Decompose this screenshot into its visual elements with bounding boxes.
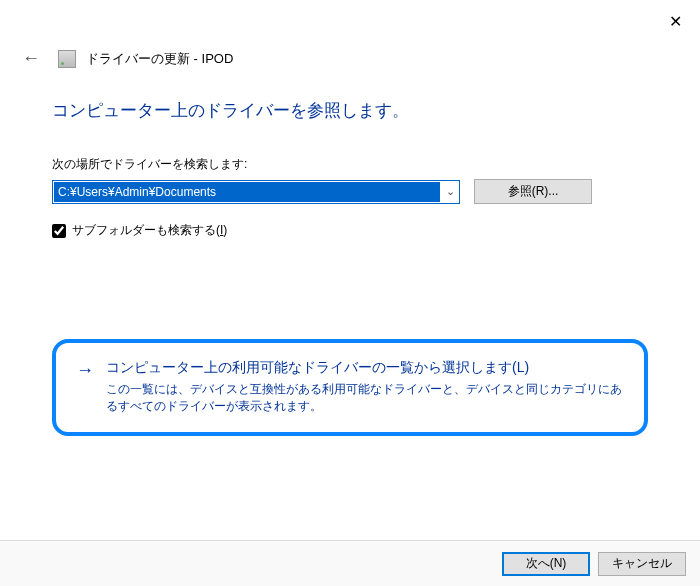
subfolder-label-prefix: サブフォルダーも検索する( [72, 223, 220, 237]
cancel-button-label: キャンセル [612, 556, 672, 570]
drive-icon [58, 50, 76, 68]
back-arrow-icon[interactable]: ← [22, 48, 40, 69]
path-combobox[interactable]: ⌄ [52, 180, 460, 204]
cancel-button[interactable]: キャンセル [598, 552, 686, 576]
option-title: コンピューター上の利用可能なドライバーの一覧から選択します(L) [106, 359, 624, 377]
path-input[interactable] [54, 182, 440, 202]
browse-button-label: 参照(R)... [508, 184, 559, 198]
browse-button[interactable]: 参照(R)... [474, 179, 592, 204]
dialog-header: ← ドライバーの更新 - IPOD [0, 0, 700, 69]
dialog-content: コンピューター上のドライバーを参照します。 次の場所でドライバーを検索します: … [0, 69, 700, 436]
pick-from-list-option[interactable]: → コンピューター上の利用可能なドライバーの一覧から選択します(L) この一覧に… [52, 339, 648, 436]
path-label: 次の場所でドライバーを検索します: [52, 156, 648, 173]
subfolder-checkbox[interactable] [52, 224, 66, 238]
option-description: この一覧には、デバイスと互換性がある利用可能なドライバーと、デバイスと同じカテゴ… [106, 381, 624, 414]
dialog-footer: 次へ(N) キャンセル [0, 540, 700, 586]
path-row: ⌄ 参照(R)... [52, 179, 648, 204]
option-text: コンピューター上の利用可能なドライバーの一覧から選択します(L) この一覧には、… [106, 359, 624, 414]
dialog-title: ドライバーの更新 - IPOD [86, 50, 233, 68]
page-heading: コンピューター上のドライバーを参照します。 [52, 99, 648, 122]
subfolder-label: サブフォルダーも検索する(I) [72, 222, 227, 239]
next-button[interactable]: 次へ(N) [502, 552, 590, 576]
subfolder-checkbox-row[interactable]: サブフォルダーも検索する(I) [52, 222, 648, 239]
arrow-right-icon: → [76, 361, 94, 379]
next-button-label: 次へ(N) [526, 556, 567, 570]
chevron-down-icon[interactable]: ⌄ [441, 185, 459, 198]
subfolder-label-suffix: ) [223, 223, 227, 237]
close-icon[interactable]: ✕ [669, 12, 682, 31]
